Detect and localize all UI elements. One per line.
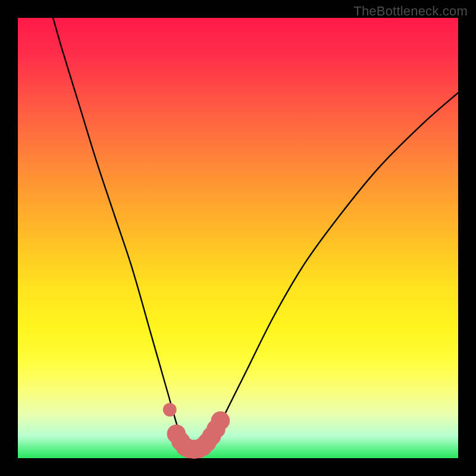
chart-frame: TheBottleneck.com xyxy=(0,0,476,476)
watermark-text: TheBottleneck.com xyxy=(353,4,468,19)
plot-area xyxy=(18,18,458,458)
bottleneck-curve xyxy=(53,18,458,450)
highlight-dot xyxy=(163,403,177,416)
highlight-dot xyxy=(211,411,230,430)
highlight-dots xyxy=(163,403,230,459)
curve-svg xyxy=(18,18,458,458)
